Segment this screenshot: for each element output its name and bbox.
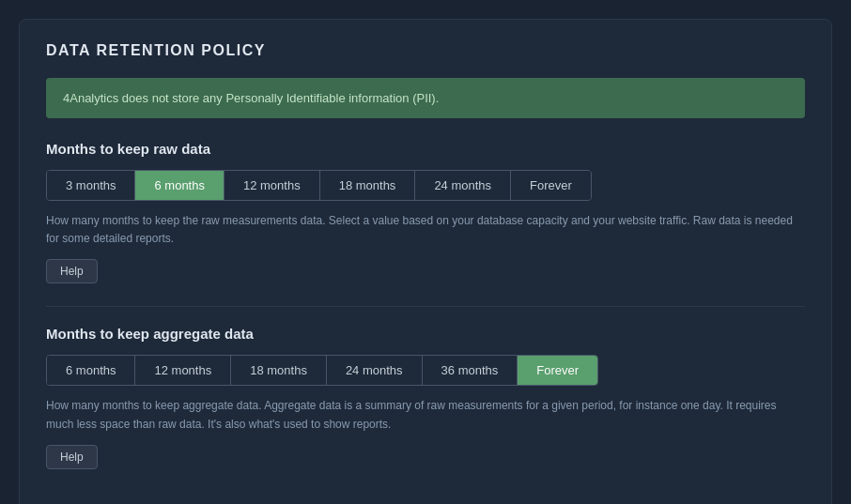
aggregate-data-title: Months to keep aggregate data [46,326,805,342]
aggregate-data-help-button[interactable]: Help [46,445,98,469]
raw-data-description: How many months to keep the raw measurem… [46,212,805,248]
raw-data-title: Months to keep raw data [46,141,805,157]
aggregate-data-button-group: 6 months 12 months 18 months 24 months 3… [46,355,598,386]
section-divider [46,306,805,307]
main-container: DATA RETENTION POLICY 4Analytics does no… [19,19,832,504]
raw-data-button-group: 3 months 6 months 12 months 18 months 24… [46,170,592,201]
aggregate-data-24months[interactable]: 24 months [327,356,423,385]
raw-data-18months[interactable]: 18 months [320,171,416,200]
raw-data-forever[interactable]: Forever [511,171,591,200]
page-title: DATA RETENTION POLICY [46,42,805,59]
aggregate-data-section: Months to keep aggregate data 6 months 1… [46,326,805,468]
aggregate-data-36months[interactable]: 36 months [423,356,518,385]
info-banner-text: 4Analytics does not store any Personally… [63,91,439,105]
aggregate-data-description: How many months to keep aggregate data. … [46,397,805,433]
raw-data-6months[interactable]: 6 months [135,171,224,200]
raw-data-12months[interactable]: 12 months [224,171,320,200]
raw-data-24months[interactable]: 24 months [415,171,511,200]
aggregate-data-6months[interactable]: 6 months [47,356,135,385]
info-banner: 4Analytics does not store any Personally… [46,78,805,118]
aggregate-data-forever[interactable]: Forever [518,356,597,385]
raw-data-help-button[interactable]: Help [46,259,98,283]
aggregate-data-12months[interactable]: 12 months [135,356,231,385]
aggregate-data-18months[interactable]: 18 months [231,356,327,385]
raw-data-section: Months to keep raw data 3 months 6 month… [46,141,805,283]
raw-data-3months[interactable]: 3 months [47,171,135,200]
